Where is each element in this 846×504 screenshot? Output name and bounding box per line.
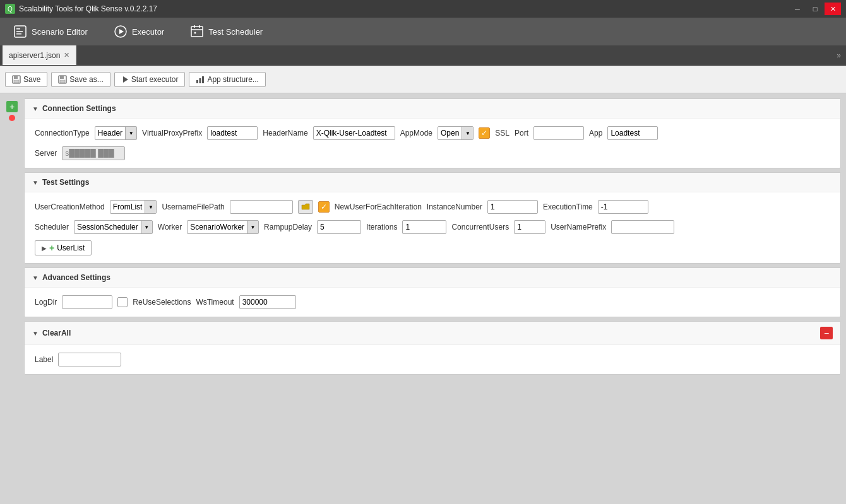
ssl-checkbox[interactable]: ✓ (479, 127, 490, 139)
iterations-label: Iterations (366, 223, 397, 231)
save-icon (12, 75, 21, 84)
scheduler-label: Scheduler (35, 223, 69, 231)
save-button[interactable]: Save (5, 72, 47, 87)
svg-point-10 (194, 32, 196, 34)
connection-settings-body: ConnectionType Header ▼ VirtualProxyPref… (25, 119, 840, 168)
clearall-header: ▼ ClearAll − (25, 322, 840, 345)
username-prefix-input[interactable] (611, 220, 674, 234)
toolbar: Save Save as... Start executor App struc… (0, 66, 846, 93)
ws-timeout-input[interactable] (239, 295, 296, 309)
scenario-editor-icon (13, 24, 28, 39)
minimize-button[interactable]: ─ (789, 3, 806, 15)
nav-bar: Scenario Editor Executor Test Scheduler (0, 18, 846, 45)
svg-rect-6 (191, 26, 203, 37)
connection-type-label: ConnectionType (35, 129, 90, 138)
new-user-label: NewUserForEachIteration (335, 202, 422, 211)
nav-test-scheduler[interactable]: Test Scheduler (184, 21, 268, 42)
reuse-selections-label: ReUseSelections (133, 298, 191, 307)
clearall-label-input[interactable] (58, 353, 121, 366)
maximize-button[interactable]: □ (807, 3, 823, 15)
tab-close-button[interactable]: ✕ (64, 51, 69, 59)
app-input[interactable] (607, 126, 658, 140)
userlist-label: UserList (57, 243, 85, 252)
test-scheduler-label: Test Scheduler (208, 27, 263, 37)
worker-arrow[interactable]: ▼ (247, 221, 258, 233)
server-input[interactable] (62, 146, 125, 160)
logdir-input[interactable] (62, 295, 112, 309)
reuse-selections-checkbox[interactable] (117, 297, 128, 307)
play-icon (121, 76, 129, 83)
advanced-settings-panel: ▼ Advanced Settings LogDir ReUseSelectio… (24, 267, 841, 317)
clearall-row-1: Label (35, 353, 830, 366)
username-prefix-label: UserNamePrefix (551, 223, 606, 231)
worker-label: Worker (158, 223, 182, 231)
user-creation-method-value: FromList (110, 201, 145, 213)
userlist-button[interactable]: ▶ + UserList (35, 240, 92, 255)
start-executor-label: Start executor (131, 75, 179, 84)
svg-rect-18 (196, 80, 198, 83)
folder-icon (301, 203, 310, 211)
port-input[interactable] (533, 126, 584, 140)
svg-rect-20 (202, 76, 204, 83)
clearall-panel: ▼ ClearAll − Label (24, 321, 841, 375)
test-row-1: UserCreationMethod FromList ▼ UsernameFi… (35, 200, 830, 214)
svg-rect-15 (60, 76, 64, 79)
connection-type-select-wrapper[interactable]: Header ▼ (95, 126, 137, 140)
connection-settings-collapse[interactable]: ▼ (32, 105, 39, 112)
svg-rect-19 (200, 78, 201, 83)
tab-apiserver[interactable]: apiserver1.json ✕ (3, 45, 76, 65)
port-label: Port (515, 129, 528, 138)
rampup-delay-input[interactable] (317, 220, 361, 234)
left-sidebar: + (5, 98, 19, 499)
advanced-settings-collapse[interactable]: ▼ (32, 274, 39, 281)
virtual-proxy-prefix-input[interactable] (207, 126, 258, 140)
header-name-input[interactable] (313, 126, 395, 140)
app-label: App (589, 129, 602, 138)
add-action-button[interactable]: + (6, 101, 18, 112)
content-area: ▼ Connection Settings ConnectionType Hea… (24, 98, 841, 499)
app-mode-label: AppMode (400, 129, 432, 138)
window-controls: ─ □ ✕ (789, 3, 841, 15)
header-name-label: HeaderName (263, 129, 307, 138)
svg-rect-2 (16, 31, 23, 32)
test-settings-collapse[interactable]: ▼ (32, 179, 39, 186)
connection-type-arrow[interactable]: ▼ (125, 127, 136, 139)
start-executor-button[interactable]: Start executor (114, 72, 186, 87)
app-structure-button[interactable]: App structure... (189, 72, 265, 87)
svg-rect-3 (16, 33, 21, 35)
scheduler-arrow[interactable]: ▼ (141, 221, 152, 233)
app-mode-select-wrapper[interactable]: Open ▼ (438, 126, 474, 140)
executor-icon (113, 24, 128, 39)
ssl-label: SSL (495, 129, 509, 138)
status-dot (9, 115, 15, 121)
user-creation-method-arrow[interactable]: ▼ (145, 201, 156, 213)
tab-label: apiserver1.json (9, 51, 60, 60)
svg-marker-5 (119, 29, 124, 34)
nav-executor[interactable]: Executor (108, 21, 169, 42)
browse-button[interactable] (298, 200, 313, 214)
worker-wrapper[interactable]: ScenarioWorker ▼ (187, 220, 259, 234)
concurrent-users-input[interactable] (514, 220, 545, 234)
instance-number-input[interactable] (487, 200, 538, 214)
connection-settings-panel: ▼ Connection Settings ConnectionType Hea… (24, 98, 841, 168)
new-user-checkbox[interactable]: ✓ (318, 201, 330, 213)
close-button[interactable]: ✕ (825, 3, 841, 15)
connection-type-value: Header (95, 127, 125, 139)
clearall-delete-button[interactable]: − (820, 327, 833, 339)
ws-timeout-label: WsTimeout (196, 298, 234, 307)
app-mode-arrow[interactable]: ▼ (462, 127, 473, 139)
scheduler-value: SessionScheduler (74, 221, 141, 233)
scenario-editor-label: Scenario Editor (32, 27, 88, 37)
connection-settings-title: Connection Settings (42, 104, 116, 113)
main-content: + ▼ Connection Settings ConnectionType H… (0, 93, 846, 504)
nav-scenario-editor[interactable]: Scenario Editor (8, 21, 93, 42)
scheduler-wrapper[interactable]: SessionScheduler ▼ (74, 220, 153, 234)
clearall-collapse[interactable]: ▼ (32, 330, 39, 337)
test-row-2: Scheduler SessionScheduler ▼ Worker Scen… (35, 220, 830, 234)
user-creation-method-wrapper[interactable]: FromList ▼ (110, 200, 157, 214)
connection-row-2: Server (35, 146, 830, 160)
execution-time-input[interactable] (598, 200, 648, 214)
save-as-button[interactable]: Save as... (51, 72, 110, 87)
username-filepath-input[interactable] (230, 200, 293, 214)
iterations-input[interactable] (402, 220, 446, 234)
